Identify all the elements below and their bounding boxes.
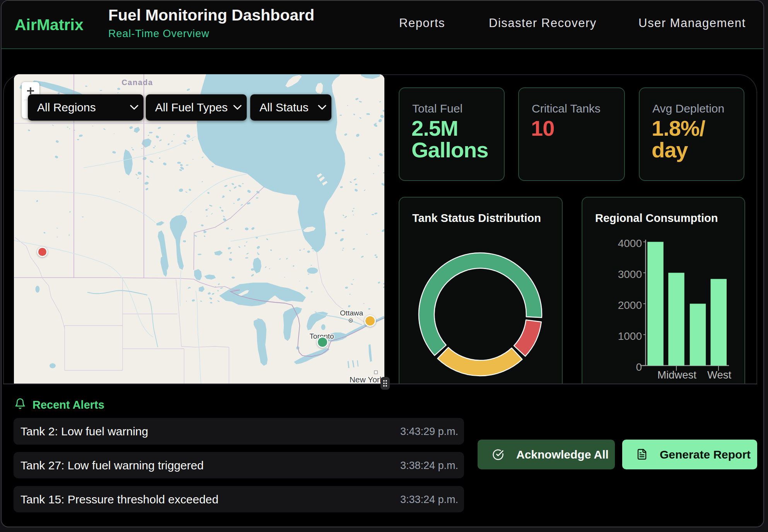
svg-text:Canada: Canada [121, 78, 153, 87]
svg-text:Ottawa: Ottawa [340, 309, 364, 317]
svg-text:2000: 2000 [618, 299, 642, 311]
svg-text:3000: 3000 [618, 268, 642, 280]
svg-text:Midwest: Midwest [657, 369, 696, 381]
svg-text:West: West [707, 369, 731, 381]
svg-text:0: 0 [636, 361, 642, 373]
svg-text:1000: 1000 [618, 330, 642, 342]
svg-text:New York: New York [350, 375, 384, 384]
svg-text:4000: 4000 [618, 237, 642, 249]
